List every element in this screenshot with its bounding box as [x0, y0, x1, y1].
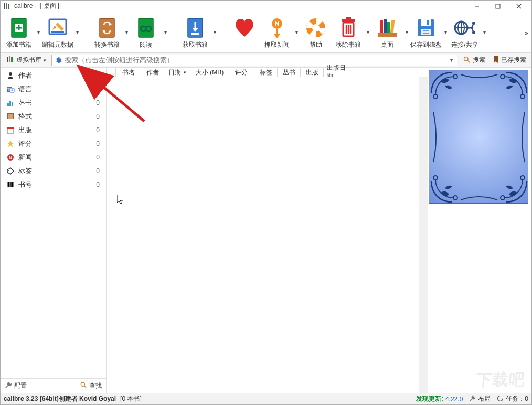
config-button[interactable]: 配置: [5, 381, 27, 390]
read-button[interactable]: 阅读: [130, 14, 162, 51]
layout-button[interactable]: 布局: [469, 395, 491, 403]
svg-rect-64: [11, 57, 13, 62]
col-tags[interactable]: 标签: [254, 68, 278, 77]
convert-books-dropdown[interactable]: ▾: [123, 29, 130, 35]
save-to-disk-button[interactable]: 保存到磁盘: [410, 14, 442, 51]
svg-rect-16: [100, 18, 114, 37]
fetch-news-dropdown[interactable]: ▾: [293, 29, 300, 35]
connect-share-icon: [453, 15, 476, 40]
svg-rect-78: [7, 127, 14, 129]
saved-search-button[interactable]: 已存搜索: [491, 56, 528, 65]
close-button[interactable]: [508, 1, 529, 12]
jobs-button[interactable]: 任务：0: [497, 395, 528, 403]
book-list[interactable]: [107, 77, 428, 393]
category-publisher[interactable]: 出版0: [1, 123, 106, 137]
search-dropdown[interactable]: ▾: [448, 57, 455, 63]
add-books-dropdown[interactable]: ▾: [35, 29, 41, 35]
svg-rect-72: [7, 103, 9, 106]
wrench-icon: [5, 381, 12, 390]
category-news[interactable]: N新闻0: [1, 151, 106, 164]
svg-rect-73: [9, 101, 11, 106]
col-date[interactable]: 日期 ▼: [164, 68, 191, 77]
col-publisher[interactable]: 出版: [301, 68, 324, 77]
svg-rect-29: [191, 33, 199, 35]
edit-metadata-dropdown[interactable]: ▾: [74, 29, 80, 35]
svg-point-67: [9, 72, 12, 76]
col-pubdate[interactable]: 出版日期: [324, 68, 353, 77]
add-books-icon: [7, 15, 30, 40]
connect-share-button[interactable]: 连接/共享: [449, 14, 481, 51]
library-icon: [376, 15, 399, 40]
svg-rect-46: [390, 19, 395, 33]
svg-rect-42: [378, 33, 397, 37]
remove-books-dropdown[interactable]: ▾: [365, 29, 371, 35]
library-button[interactable]: 桌面: [371, 14, 403, 51]
library-dropdown[interactable]: ▾: [403, 29, 410, 35]
read-dropdown[interactable]: ▾: [162, 29, 168, 35]
bars-icon: [6, 98, 15, 108]
save-to-disk-dropdown[interactable]: ▾: [442, 29, 449, 35]
heart-button[interactable]: [228, 14, 261, 51]
category-language[interactable]: 文A语言0: [1, 82, 106, 96]
category-author[interactable]: 作者0: [1, 69, 106, 82]
status-book-count: [0 本书]: [120, 395, 142, 403]
edit-metadata-icon: [46, 15, 69, 40]
col-series[interactable]: 丛书: [278, 68, 301, 77]
category-sidebar: 作者0 文A语言0 丛书0 格式0 出版0 评分0 N新闻0 标签0 书号0 配…: [1, 68, 107, 393]
scrollbar[interactable]: [419, 77, 428, 393]
svg-rect-50: [421, 29, 431, 35]
category-identifier[interactable]: 书号0: [1, 178, 106, 191]
svg-point-92: [81, 382, 84, 386]
category-rating[interactable]: 评分0: [1, 137, 106, 151]
convert-books-button[interactable]: 转换书籍: [91, 14, 123, 51]
maximize-button[interactable]: [487, 1, 508, 12]
sidebar-bottom: 配置 查找: [1, 378, 106, 393]
svg-point-85: [8, 170, 9, 171]
get-books-icon: [184, 15, 207, 40]
svg-marker-33: [274, 34, 280, 38]
search-row: 虚拟书库 ▾ ▾ 搜索 已存搜索: [1, 53, 531, 68]
find-button[interactable]: 查找: [80, 381, 102, 390]
col-rating[interactable]: 评分: [228, 68, 254, 77]
svg-rect-0: [4, 3, 5, 9]
category-list: 作者0 文A语言0 丛书0 格式0 出版0 评分0 N新闻0 标签0 书号0: [1, 68, 106, 378]
svg-rect-44: [384, 19, 387, 33]
col-title[interactable]: 书名: [116, 68, 141, 77]
svg-rect-62: [7, 57, 8, 62]
svg-text:A: A: [11, 89, 13, 92]
toolbar-overflow-button[interactable]: »: [525, 28, 528, 36]
col-size[interactable]: 大小 (MB): [191, 68, 228, 77]
main-area: 作者0 文A语言0 丛书0 格式0 出版0 评分0 N新闻0 标签0 书号0 配…: [1, 68, 531, 393]
col-author[interactable]: 作者: [141, 68, 164, 77]
search-input[interactable]: [62, 56, 448, 64]
connect-share-dropdown[interactable]: ▾: [481, 29, 487, 35]
help-button[interactable]: 帮助: [300, 14, 332, 51]
status-version: calibre 3.23 [64bit]创建者 Kovid Goyal: [4, 395, 116, 403]
save-to-disk-icon: [414, 15, 438, 40]
fetch-news-button[interactable]: N 抓取新闻: [261, 14, 293, 51]
read-icon: [134, 15, 157, 40]
category-series[interactable]: 丛书0: [1, 96, 106, 110]
search-box[interactable]: ▾: [51, 55, 457, 66]
get-books-dropdown[interactable]: ▾: [211, 29, 218, 35]
update-link[interactable]: 发现更新: 4.22.0: [416, 395, 463, 403]
gear-icon[interactable]: [54, 56, 62, 65]
add-books-button[interactable]: 添加书籍: [3, 14, 35, 51]
search-button[interactable]: 搜索: [461, 56, 487, 65]
edit-metadata-button[interactable]: 编辑元数据: [41, 14, 74, 51]
barcode-icon: [6, 180, 15, 189]
category-tags[interactable]: 标签0: [1, 164, 106, 178]
remove-books-button[interactable]: 移除书籍: [332, 14, 365, 51]
category-format[interactable]: 格式0: [1, 110, 106, 123]
books-icon: [6, 55, 14, 65]
svg-rect-74: [12, 102, 13, 106]
cover-panel: [428, 68, 531, 393]
book-cover[interactable]: [429, 70, 528, 204]
svg-rect-48: [421, 19, 431, 26]
column-headers: 书名 作者 日期 ▼ 大小 (MB) 评分 标签 丛书 出版 出版日期: [107, 68, 428, 77]
get-books-button[interactable]: 获取书籍: [179, 14, 211, 51]
svg-text:N: N: [275, 20, 280, 27]
virtual-library-button[interactable]: 虚拟书库 ▾: [4, 55, 48, 65]
minimize-button[interactable]: [466, 1, 487, 12]
search-icon: [463, 56, 471, 65]
